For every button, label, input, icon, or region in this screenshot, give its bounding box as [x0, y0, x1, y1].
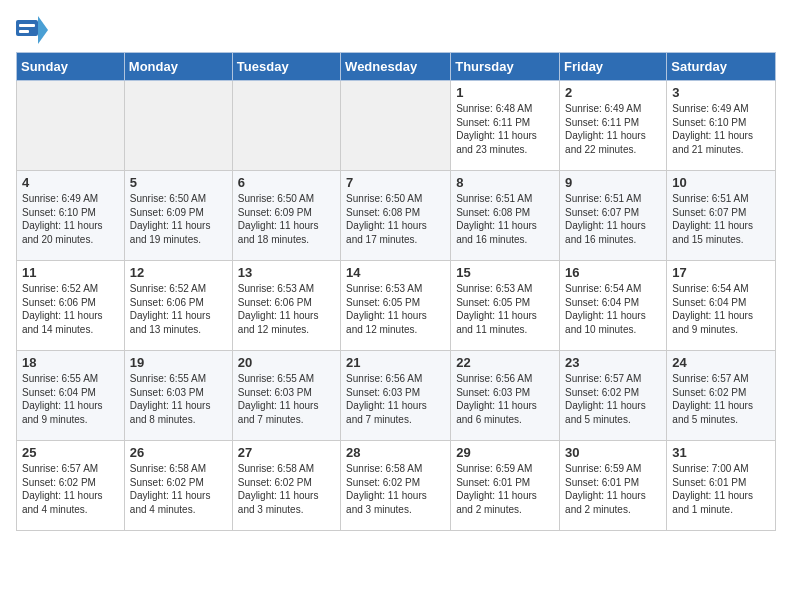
- calendar-cell: 25Sunrise: 6:57 AM Sunset: 6:02 PM Dayli…: [17, 441, 125, 531]
- calendar-cell: 23Sunrise: 6:57 AM Sunset: 6:02 PM Dayli…: [560, 351, 667, 441]
- svg-rect-3: [19, 30, 29, 33]
- calendar-cell: 19Sunrise: 6:55 AM Sunset: 6:03 PM Dayli…: [124, 351, 232, 441]
- day-number: 19: [130, 355, 227, 370]
- day-number: 14: [346, 265, 445, 280]
- day-number: 31: [672, 445, 770, 460]
- logo-icon: [16, 16, 48, 44]
- page-header: [16, 16, 776, 44]
- day-number: 24: [672, 355, 770, 370]
- cell-content: Sunrise: 6:52 AM Sunset: 6:06 PM Dayligh…: [22, 282, 119, 336]
- day-number: 11: [22, 265, 119, 280]
- weekday-header: Friday: [560, 53, 667, 81]
- day-number: 25: [22, 445, 119, 460]
- cell-content: Sunrise: 6:56 AM Sunset: 6:03 PM Dayligh…: [456, 372, 554, 426]
- cell-content: Sunrise: 6:51 AM Sunset: 6:07 PM Dayligh…: [672, 192, 770, 246]
- weekday-header: Monday: [124, 53, 232, 81]
- calendar-cell: 12Sunrise: 6:52 AM Sunset: 6:06 PM Dayli…: [124, 261, 232, 351]
- calendar-cell: 6Sunrise: 6:50 AM Sunset: 6:09 PM Daylig…: [232, 171, 340, 261]
- day-number: 5: [130, 175, 227, 190]
- day-number: 18: [22, 355, 119, 370]
- day-number: 16: [565, 265, 661, 280]
- day-number: 28: [346, 445, 445, 460]
- calendar-week-row: 4Sunrise: 6:49 AM Sunset: 6:10 PM Daylig…: [17, 171, 776, 261]
- day-number: 26: [130, 445, 227, 460]
- calendar-cell: 11Sunrise: 6:52 AM Sunset: 6:06 PM Dayli…: [17, 261, 125, 351]
- day-number: 27: [238, 445, 335, 460]
- cell-content: Sunrise: 6:53 AM Sunset: 6:05 PM Dayligh…: [346, 282, 445, 336]
- calendar-cell: 22Sunrise: 6:56 AM Sunset: 6:03 PM Dayli…: [451, 351, 560, 441]
- cell-content: Sunrise: 6:51 AM Sunset: 6:07 PM Dayligh…: [565, 192, 661, 246]
- calendar-cell: 8Sunrise: 6:51 AM Sunset: 6:08 PM Daylig…: [451, 171, 560, 261]
- logo: [16, 16, 50, 44]
- cell-content: Sunrise: 6:54 AM Sunset: 6:04 PM Dayligh…: [672, 282, 770, 336]
- day-number: 10: [672, 175, 770, 190]
- calendar-cell: 9Sunrise: 6:51 AM Sunset: 6:07 PM Daylig…: [560, 171, 667, 261]
- cell-content: Sunrise: 6:57 AM Sunset: 6:02 PM Dayligh…: [565, 372, 661, 426]
- svg-marker-1: [38, 16, 48, 44]
- weekday-header: Tuesday: [232, 53, 340, 81]
- day-number: 21: [346, 355, 445, 370]
- cell-content: Sunrise: 6:50 AM Sunset: 6:09 PM Dayligh…: [238, 192, 335, 246]
- calendar-cell: 7Sunrise: 6:50 AM Sunset: 6:08 PM Daylig…: [341, 171, 451, 261]
- cell-content: Sunrise: 6:55 AM Sunset: 6:03 PM Dayligh…: [130, 372, 227, 426]
- calendar-cell: 1Sunrise: 6:48 AM Sunset: 6:11 PM Daylig…: [451, 81, 560, 171]
- calendar-cell: [17, 81, 125, 171]
- calendar-cell: 14Sunrise: 6:53 AM Sunset: 6:05 PM Dayli…: [341, 261, 451, 351]
- day-number: 3: [672, 85, 770, 100]
- weekday-header: Wednesday: [341, 53, 451, 81]
- day-number: 20: [238, 355, 335, 370]
- calendar-cell: 28Sunrise: 6:58 AM Sunset: 6:02 PM Dayli…: [341, 441, 451, 531]
- calendar-cell: 27Sunrise: 6:58 AM Sunset: 6:02 PM Dayli…: [232, 441, 340, 531]
- calendar-cell: [124, 81, 232, 171]
- calendar-cell: [341, 81, 451, 171]
- day-number: 8: [456, 175, 554, 190]
- day-number: 23: [565, 355, 661, 370]
- calendar-week-row: 11Sunrise: 6:52 AM Sunset: 6:06 PM Dayli…: [17, 261, 776, 351]
- cell-content: Sunrise: 6:58 AM Sunset: 6:02 PM Dayligh…: [238, 462, 335, 516]
- calendar-cell: 13Sunrise: 6:53 AM Sunset: 6:06 PM Dayli…: [232, 261, 340, 351]
- day-number: 13: [238, 265, 335, 280]
- svg-rect-0: [16, 20, 38, 36]
- calendar-cell: 2Sunrise: 6:49 AM Sunset: 6:11 PM Daylig…: [560, 81, 667, 171]
- day-number: 9: [565, 175, 661, 190]
- day-number: 7: [346, 175, 445, 190]
- cell-content: Sunrise: 6:54 AM Sunset: 6:04 PM Dayligh…: [565, 282, 661, 336]
- cell-content: Sunrise: 6:53 AM Sunset: 6:06 PM Dayligh…: [238, 282, 335, 336]
- cell-content: Sunrise: 6:50 AM Sunset: 6:09 PM Dayligh…: [130, 192, 227, 246]
- calendar-table: SundayMondayTuesdayWednesdayThursdayFrid…: [16, 52, 776, 531]
- cell-content: Sunrise: 6:58 AM Sunset: 6:02 PM Dayligh…: [346, 462, 445, 516]
- cell-content: Sunrise: 6:56 AM Sunset: 6:03 PM Dayligh…: [346, 372, 445, 426]
- cell-content: Sunrise: 6:57 AM Sunset: 6:02 PM Dayligh…: [672, 372, 770, 426]
- weekday-header: Saturday: [667, 53, 776, 81]
- day-number: 1: [456, 85, 554, 100]
- calendar-cell: 15Sunrise: 6:53 AM Sunset: 6:05 PM Dayli…: [451, 261, 560, 351]
- calendar-cell: 16Sunrise: 6:54 AM Sunset: 6:04 PM Dayli…: [560, 261, 667, 351]
- calendar-cell: 18Sunrise: 6:55 AM Sunset: 6:04 PM Dayli…: [17, 351, 125, 441]
- calendar-week-row: 18Sunrise: 6:55 AM Sunset: 6:04 PM Dayli…: [17, 351, 776, 441]
- day-number: 30: [565, 445, 661, 460]
- cell-content: Sunrise: 7:00 AM Sunset: 6:01 PM Dayligh…: [672, 462, 770, 516]
- calendar-cell: 24Sunrise: 6:57 AM Sunset: 6:02 PM Dayli…: [667, 351, 776, 441]
- day-number: 22: [456, 355, 554, 370]
- calendar-cell: 29Sunrise: 6:59 AM Sunset: 6:01 PM Dayli…: [451, 441, 560, 531]
- day-number: 2: [565, 85, 661, 100]
- calendar-cell: 17Sunrise: 6:54 AM Sunset: 6:04 PM Dayli…: [667, 261, 776, 351]
- cell-content: Sunrise: 6:59 AM Sunset: 6:01 PM Dayligh…: [456, 462, 554, 516]
- weekday-header: Thursday: [451, 53, 560, 81]
- cell-content: Sunrise: 6:59 AM Sunset: 6:01 PM Dayligh…: [565, 462, 661, 516]
- day-number: 29: [456, 445, 554, 460]
- day-number: 4: [22, 175, 119, 190]
- cell-content: Sunrise: 6:51 AM Sunset: 6:08 PM Dayligh…: [456, 192, 554, 246]
- cell-content: Sunrise: 6:49 AM Sunset: 6:10 PM Dayligh…: [672, 102, 770, 156]
- weekday-header: Sunday: [17, 53, 125, 81]
- cell-content: Sunrise: 6:52 AM Sunset: 6:06 PM Dayligh…: [130, 282, 227, 336]
- calendar-cell: 21Sunrise: 6:56 AM Sunset: 6:03 PM Dayli…: [341, 351, 451, 441]
- day-number: 12: [130, 265, 227, 280]
- calendar-cell: [232, 81, 340, 171]
- calendar-cell: 4Sunrise: 6:49 AM Sunset: 6:10 PM Daylig…: [17, 171, 125, 261]
- calendar-cell: 31Sunrise: 7:00 AM Sunset: 6:01 PM Dayli…: [667, 441, 776, 531]
- calendar-cell: 30Sunrise: 6:59 AM Sunset: 6:01 PM Dayli…: [560, 441, 667, 531]
- cell-content: Sunrise: 6:48 AM Sunset: 6:11 PM Dayligh…: [456, 102, 554, 156]
- calendar-header-row: SundayMondayTuesdayWednesdayThursdayFrid…: [17, 53, 776, 81]
- cell-content: Sunrise: 6:53 AM Sunset: 6:05 PM Dayligh…: [456, 282, 554, 336]
